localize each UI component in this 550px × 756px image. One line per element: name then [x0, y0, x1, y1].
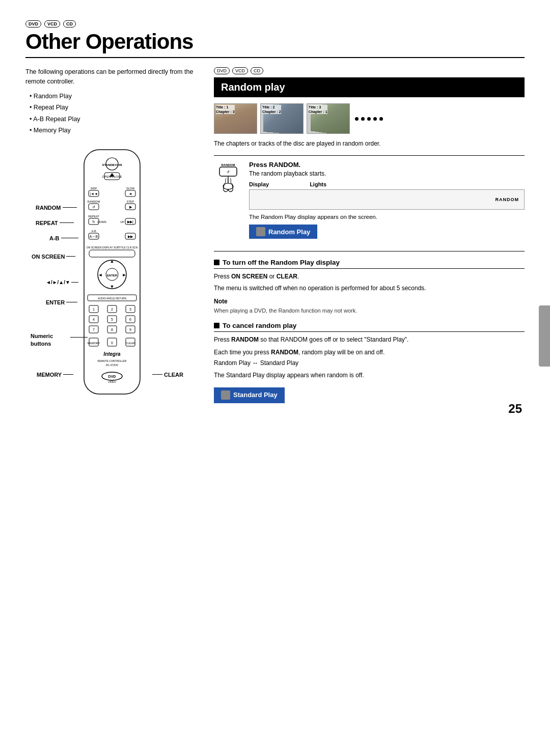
ab-label: A-B — [49, 235, 60, 241]
nav-label: ◄/►/▲/▼ — [46, 279, 70, 285]
svg-text:VIDEO: VIDEO — [108, 380, 116, 383]
black-square-icon — [214, 260, 219, 265]
page-title: Other Operations — [25, 30, 525, 58]
chapters-text: The chapters or tracks of the disc are p… — [214, 139, 525, 148]
dvd-badge: DVD — [25, 20, 41, 27]
turn-off-section: To turn off the Random Play display Pres… — [214, 259, 525, 315]
svg-text:▶▶: ▶▶ — [128, 235, 133, 238]
dot — [355, 117, 359, 121]
thumb-label-1: Title : 1 Chapter : 3 — [216, 105, 235, 114]
main-content: The following operations can be performe… — [25, 67, 525, 411]
display-screen: RANDOM — [249, 189, 525, 210]
svg-text:►: ► — [122, 272, 127, 277]
svg-rect-31 — [89, 250, 135, 257]
svg-text:DOWN: DOWN — [97, 220, 106, 223]
page-number: 25 — [508, 402, 522, 416]
svg-text:↺: ↺ — [227, 170, 230, 174]
svg-text:AUDIO  ANGLE  RETURN: AUDIO ANGLE RETURN — [98, 297, 127, 300]
page: DVD VCD CD Other Operations The followin… — [0, 0, 550, 431]
onscreen-strong: ON SCREEN — [231, 273, 267, 280]
svg-text:◄: ◄ — [129, 192, 132, 195]
section-disc-badges: DVD VCD CD — [214, 67, 525, 74]
std-badge-icon — [221, 390, 230, 400]
display-label: Display — [249, 181, 269, 187]
turn-off-body: Press ON SCREEN or CLEAR. The menu is sw… — [214, 272, 525, 315]
svg-text:Integra: Integra — [103, 351, 121, 357]
note-label: Note — [214, 298, 228, 305]
svg-text:DVD: DVD — [108, 375, 116, 378]
cancel-para2-sub: Random Play ↔ Standard Play — [214, 358, 525, 368]
remote-svg: STANDBY/ON OPEN/CLOSE SKIP SLOW |◄◄ ◄ RA… — [41, 145, 183, 409]
thumb-2: Title : 2 Chapter : 2 — [260, 103, 304, 134]
svg-text:0: 0 — [111, 341, 113, 345]
memory-label: MEMORY — [37, 372, 62, 378]
cancel-random-bold2: RANDOM — [271, 349, 298, 356]
r-vcd-badge: VCD — [232, 67, 248, 74]
list-item: A-B Repeat Play — [30, 114, 199, 125]
svg-text:↻: ↻ — [92, 220, 95, 223]
cancel-body: Press RANDOM so that RANDOM goes off or … — [214, 335, 525, 403]
svg-text:STANDBY/ON: STANDBY/ON — [102, 163, 122, 166]
list-item: Random Play — [30, 91, 199, 102]
random-play-badge: Random Play — [249, 225, 317, 239]
dot — [379, 117, 383, 121]
lights-label: Lights — [310, 181, 326, 187]
svg-text:UP: UP — [120, 220, 124, 223]
standard-play-badge: Standard Play — [214, 387, 285, 403]
random-press-svg: RANDOM ↺ — [215, 161, 241, 197]
svg-text:↺: ↺ — [92, 205, 95, 209]
press-random-content: Press RANDOM. The random playback starts… — [249, 161, 525, 246]
svg-text:REMOTE CONTROLLER: REMOTE CONTROLLER — [98, 359, 127, 362]
svg-text:4: 4 — [93, 318, 95, 321]
thumb-3: Title : 3 Chapter : 1 — [307, 103, 350, 134]
cd-badge: CD — [63, 20, 76, 27]
svg-text:5: 5 — [111, 318, 113, 321]
svg-text:6: 6 — [129, 318, 131, 321]
clear-label: CLEAR — [164, 372, 183, 378]
list-item: Repeat Play — [30, 102, 199, 114]
svg-text:◄: ◄ — [98, 272, 103, 277]
black-square-icon-2 — [214, 323, 219, 328]
svg-point-74 — [223, 183, 233, 189]
svg-text:A-B: A-B — [91, 230, 96, 233]
remote-container: RANDOM REPEAT A-B ON SCREE — [25, 145, 199, 411]
std-badge-label: Standard Play — [233, 390, 278, 401]
cancel-para2-pre: Each time you press — [214, 349, 271, 356]
svg-text:1: 1 — [93, 307, 95, 311]
list-item: Memory Play — [30, 125, 199, 136]
svg-text:2: 2 — [111, 307, 113, 311]
vcd-badge: VCD — [44, 20, 60, 27]
svg-text:RC-472DV: RC-472DV — [106, 363, 119, 367]
svg-text:▶: ▶ — [129, 205, 132, 209]
svg-text:9: 9 — [129, 328, 131, 331]
thumb-label-2: Title : 2 Chapter : 2 — [262, 105, 281, 114]
buttons-label: buttons — [31, 341, 51, 347]
enter-label: ENTER — [46, 299, 65, 305]
svg-text:A↔B: A↔B — [90, 235, 98, 238]
intro-text: The following operations can be performe… — [25, 67, 199, 87]
svg-text:▲: ▲ — [110, 259, 115, 264]
header-disc-badges: DVD VCD CD — [25, 20, 525, 27]
r-dvd-badge: DVD — [214, 67, 230, 74]
svg-text:8: 8 — [111, 328, 113, 331]
random-button-icon: RANDOM ↺ — [214, 161, 242, 197]
dot — [367, 117, 371, 121]
svg-text:ON SCREEN  DISPLAY  SUBTITLE  : ON SCREEN DISPLAY SUBTITLE CLR.SCN — [87, 246, 138, 249]
turn-off-desc: The menu is switched off when no operati… — [214, 284, 525, 293]
svg-text:REPEAT: REPEAT — [88, 215, 99, 218]
repeat-label: REPEAT — [36, 220, 58, 226]
sidebar-tab — [539, 305, 550, 367]
svg-text:▼: ▼ — [110, 284, 115, 289]
cancel-para3: The Standard Play display appears when r… — [214, 371, 525, 380]
note-text: When playing a DVD, the Random function … — [214, 306, 525, 315]
svg-text:3: 3 — [129, 307, 131, 311]
svg-text:SKIP: SKIP — [91, 187, 97, 190]
press-random-title: Press RANDOM. — [249, 161, 525, 169]
svg-text:CLEAR: CLEAR — [126, 342, 135, 345]
badge-icon — [256, 227, 265, 236]
section-title: Random play — [214, 77, 525, 97]
cancel-para2-post: , random play will be on and off. — [298, 349, 384, 356]
cancel-para1-pre: Press — [214, 336, 231, 343]
numeric-label: Numeric — [31, 333, 53, 339]
cancel-para1-post: so that RANDOM goes off or to select "St… — [259, 336, 408, 343]
